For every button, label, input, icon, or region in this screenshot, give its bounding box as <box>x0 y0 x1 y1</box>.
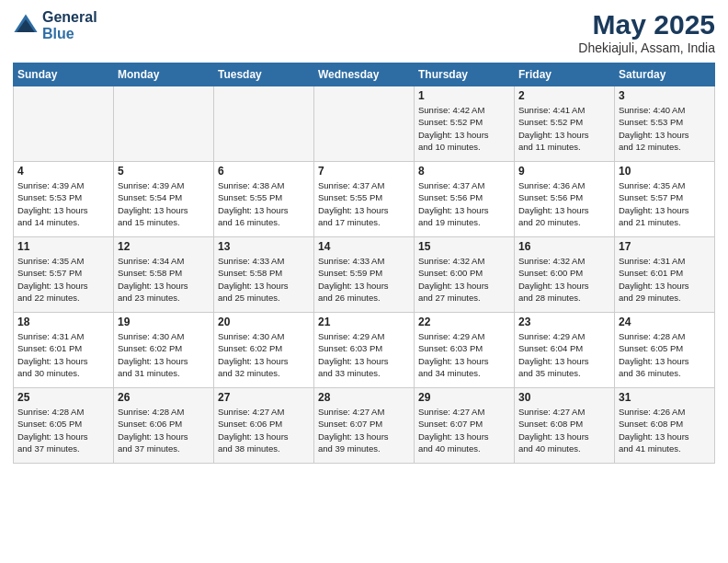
day-info: Sunrise: 4:33 AM Sunset: 5:59 PM Dayligh… <box>318 255 410 304</box>
calendar-cell-w3d4: 15Sunrise: 4:32 AM Sunset: 6:00 PM Dayli… <box>415 237 515 313</box>
calendar-cell-w3d5: 16Sunrise: 4:32 AM Sunset: 6:00 PM Dayli… <box>515 237 615 313</box>
day-info: Sunrise: 4:32 AM Sunset: 6:00 PM Dayligh… <box>418 255 510 304</box>
calendar-cell-w2d1: 5Sunrise: 4:39 AM Sunset: 5:54 PM Daylig… <box>114 162 214 237</box>
calendar-cell-w4d1: 19Sunrise: 4:30 AM Sunset: 6:02 PM Dayli… <box>114 313 214 388</box>
logo: General Blue <box>13 9 97 41</box>
week-row-3: 11Sunrise: 4:35 AM Sunset: 5:57 PM Dayli… <box>14 237 715 313</box>
day-info: Sunrise: 4:40 AM Sunset: 5:53 PM Dayligh… <box>619 104 711 153</box>
day-info: Sunrise: 4:31 AM Sunset: 6:01 PM Dayligh… <box>619 255 711 304</box>
week-row-1: 1Sunrise: 4:42 AM Sunset: 5:52 PM Daylig… <box>14 86 715 162</box>
calendar-cell-w4d4: 22Sunrise: 4:29 AM Sunset: 6:03 PM Dayli… <box>415 313 515 388</box>
day-info: Sunrise: 4:36 AM Sunset: 5:56 PM Dayligh… <box>518 179 610 228</box>
calendar-cell-w4d0: 18Sunrise: 4:31 AM Sunset: 6:01 PM Dayli… <box>14 313 114 388</box>
day-number: 5 <box>118 165 210 178</box>
calendar-cell-w4d6: 24Sunrise: 4:28 AM Sunset: 6:05 PM Dayli… <box>615 313 715 388</box>
calendar-cell-w4d2: 20Sunrise: 4:30 AM Sunset: 6:02 PM Dayli… <box>214 313 314 388</box>
calendar-cell-w3d0: 11Sunrise: 4:35 AM Sunset: 5:57 PM Dayli… <box>14 237 114 313</box>
calendar-cell-w1d4: 1Sunrise: 4:42 AM Sunset: 5:52 PM Daylig… <box>415 86 515 162</box>
day-number: 2 <box>518 89 610 102</box>
day-number: 26 <box>118 391 210 404</box>
header: General Blue May 2025 Dhekiajuli, Assam,… <box>13 9 715 55</box>
day-number: 29 <box>418 391 510 404</box>
calendar-cell-w5d0: 25Sunrise: 4:28 AM Sunset: 6:05 PM Dayli… <box>14 388 114 464</box>
day-number: 24 <box>619 316 711 328</box>
day-number: 23 <box>518 316 610 328</box>
calendar-cell-w3d1: 12Sunrise: 4:34 AM Sunset: 5:58 PM Dayli… <box>114 237 214 313</box>
day-info: Sunrise: 4:34 AM Sunset: 5:58 PM Dayligh… <box>118 255 210 304</box>
weekday-header-row: SundayMondayTuesdayWednesdayThursdayFrid… <box>14 63 715 86</box>
day-number: 1 <box>418 89 510 102</box>
calendar-cell-w1d6: 3Sunrise: 4:40 AM Sunset: 5:53 PM Daylig… <box>615 86 715 162</box>
calendar-cell-w5d5: 30Sunrise: 4:27 AM Sunset: 6:08 PM Dayli… <box>515 388 615 464</box>
day-info: Sunrise: 4:29 AM Sunset: 6:04 PM Dayligh… <box>518 330 610 379</box>
day-number: 3 <box>619 89 711 102</box>
day-info: Sunrise: 4:27 AM Sunset: 6:08 PM Dayligh… <box>518 406 610 454</box>
day-info: Sunrise: 4:41 AM Sunset: 5:52 PM Dayligh… <box>518 104 610 153</box>
day-number: 27 <box>218 391 310 404</box>
day-info: Sunrise: 4:27 AM Sunset: 6:06 PM Dayligh… <box>218 406 310 454</box>
calendar-cell-w5d6: 31Sunrise: 4:26 AM Sunset: 6:08 PM Dayli… <box>615 388 715 464</box>
day-info: Sunrise: 4:31 AM Sunset: 6:01 PM Dayligh… <box>17 330 109 379</box>
day-info: Sunrise: 4:37 AM Sunset: 5:56 PM Dayligh… <box>418 179 510 228</box>
day-info: Sunrise: 4:35 AM Sunset: 5:57 PM Dayligh… <box>619 179 711 228</box>
day-number: 7 <box>318 165 410 178</box>
weekday-header-saturday: Saturday <box>615 63 715 86</box>
weekday-header-monday: Monday <box>114 63 214 86</box>
day-info: Sunrise: 4:26 AM Sunset: 6:08 PM Dayligh… <box>619 406 711 454</box>
day-number: 15 <box>418 240 510 253</box>
weekday-header-tuesday: Tuesday <box>214 63 314 86</box>
day-info: Sunrise: 4:28 AM Sunset: 6:06 PM Dayligh… <box>118 406 210 454</box>
month-year: May 2025 <box>578 9 715 40</box>
day-info: Sunrise: 4:42 AM Sunset: 5:52 PM Dayligh… <box>418 104 510 153</box>
day-number: 20 <box>218 316 310 328</box>
day-number: 11 <box>17 240 109 253</box>
day-number: 22 <box>418 316 510 328</box>
calendar-cell-w1d0 <box>14 86 114 162</box>
day-info: Sunrise: 4:30 AM Sunset: 6:02 PM Dayligh… <box>118 330 210 379</box>
calendar-cell-w2d4: 8Sunrise: 4:37 AM Sunset: 5:56 PM Daylig… <box>415 162 515 237</box>
day-number: 12 <box>118 240 210 253</box>
day-number: 9 <box>518 165 610 178</box>
day-number: 16 <box>518 240 610 253</box>
calendar-cell-w1d2 <box>214 86 314 162</box>
day-number: 17 <box>619 240 711 253</box>
calendar-cell-w5d1: 26Sunrise: 4:28 AM Sunset: 6:06 PM Dayli… <box>114 388 214 464</box>
day-info: Sunrise: 4:39 AM Sunset: 5:53 PM Dayligh… <box>17 179 109 228</box>
weekday-header-friday: Friday <box>515 63 615 86</box>
day-info: Sunrise: 4:29 AM Sunset: 6:03 PM Dayligh… <box>418 330 510 379</box>
calendar-cell-w5d3: 28Sunrise: 4:27 AM Sunset: 6:07 PM Dayli… <box>314 388 415 464</box>
day-number: 28 <box>318 391 410 404</box>
week-row-5: 25Sunrise: 4:28 AM Sunset: 6:05 PM Dayli… <box>14 388 715 464</box>
day-number: 8 <box>418 165 510 178</box>
day-number: 14 <box>318 240 410 253</box>
calendar-cell-w3d2: 13Sunrise: 4:33 AM Sunset: 5:58 PM Dayli… <box>214 237 314 313</box>
location: Dhekiajuli, Assam, India <box>578 40 715 55</box>
calendar-cell-w4d5: 23Sunrise: 4:29 AM Sunset: 6:04 PM Dayli… <box>515 313 615 388</box>
calendar-cell-w2d0: 4Sunrise: 4:39 AM Sunset: 5:53 PM Daylig… <box>14 162 114 237</box>
week-row-4: 18Sunrise: 4:31 AM Sunset: 6:01 PM Dayli… <box>14 313 715 388</box>
calendar-cell-w2d2: 6Sunrise: 4:38 AM Sunset: 5:55 PM Daylig… <box>214 162 314 237</box>
calendar-cell-w1d5: 2Sunrise: 4:41 AM Sunset: 5:52 PM Daylig… <box>515 86 615 162</box>
calendar-cell-w5d4: 29Sunrise: 4:27 AM Sunset: 6:07 PM Dayli… <box>415 388 515 464</box>
day-number: 31 <box>619 391 711 404</box>
day-number: 6 <box>218 165 310 178</box>
day-number: 25 <box>17 391 109 404</box>
calendar-cell-w4d3: 21Sunrise: 4:29 AM Sunset: 6:03 PM Dayli… <box>314 313 415 388</box>
weekday-header-thursday: Thursday <box>415 63 515 86</box>
calendar-cell-w1d3 <box>314 86 415 162</box>
calendar-cell-w2d3: 7Sunrise: 4:37 AM Sunset: 5:55 PM Daylig… <box>314 162 415 237</box>
day-info: Sunrise: 4:35 AM Sunset: 5:57 PM Dayligh… <box>17 255 109 304</box>
calendar-cell-w2d5: 9Sunrise: 4:36 AM Sunset: 5:56 PM Daylig… <box>515 162 615 237</box>
day-number: 13 <box>218 240 310 253</box>
day-number: 19 <box>118 316 210 328</box>
day-info: Sunrise: 4:27 AM Sunset: 6:07 PM Dayligh… <box>318 406 410 454</box>
day-number: 10 <box>619 165 711 178</box>
day-info: Sunrise: 4:33 AM Sunset: 5:58 PM Dayligh… <box>218 255 310 304</box>
calendar-cell-w1d1 <box>114 86 214 162</box>
day-number: 4 <box>17 165 109 178</box>
day-info: Sunrise: 4:28 AM Sunset: 6:05 PM Dayligh… <box>17 406 109 454</box>
day-info: Sunrise: 4:29 AM Sunset: 6:03 PM Dayligh… <box>318 330 410 379</box>
week-row-2: 4Sunrise: 4:39 AM Sunset: 5:53 PM Daylig… <box>14 162 715 237</box>
day-info: Sunrise: 4:38 AM Sunset: 5:55 PM Dayligh… <box>218 179 310 228</box>
weekday-header-wednesday: Wednesday <box>314 63 415 86</box>
